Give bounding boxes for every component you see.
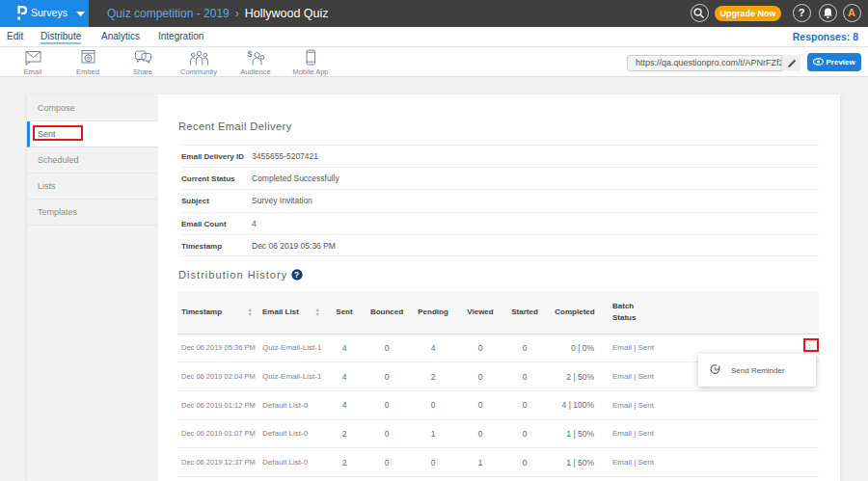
svg-text:$: $ <box>248 49 253 59</box>
svg-text:?: ? <box>294 270 300 280</box>
